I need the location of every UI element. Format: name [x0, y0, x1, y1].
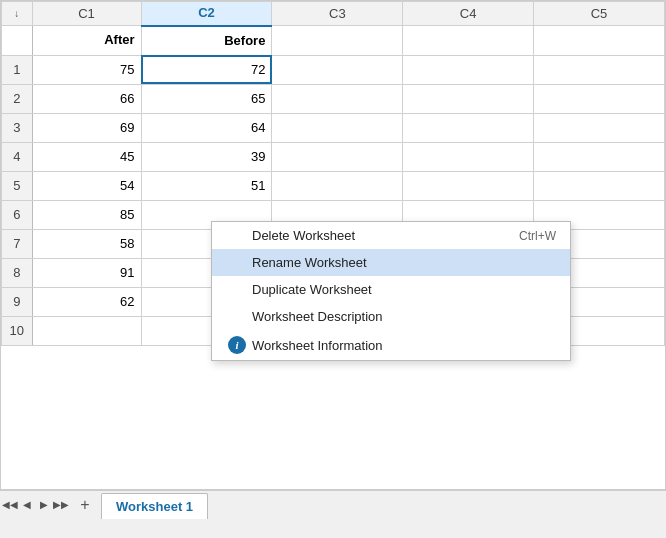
menu-item-label-duplicate-worksheet: Duplicate Worksheet [252, 282, 372, 297]
cell-1-c5[interactable] [534, 55, 665, 84]
spreadsheet-area: ↓ C1 C2 C3 C4 C5 After Before 1757226665… [0, 0, 666, 490]
nav-first-button[interactable]: ◀◀ [2, 497, 18, 513]
menu-item-label-worksheet-description: Worksheet Description [252, 309, 383, 324]
cell-2-c2[interactable]: 65 [141, 84, 272, 113]
table-row: 17572 [2, 55, 665, 84]
menu-item-duplicate-worksheet[interactable]: Duplicate Worksheet [212, 276, 570, 303]
context-menu: Delete WorksheetCtrl+WRename WorksheetDu… [211, 221, 571, 361]
cell-10-c1[interactable] [32, 316, 141, 345]
col-header-c2[interactable]: C2 [141, 2, 272, 26]
col-header-c1[interactable]: C1 [32, 2, 141, 26]
cell-1-c4[interactable] [403, 55, 534, 84]
cell-5-c3[interactable] [272, 171, 403, 200]
menu-item-label-worksheet-information: Worksheet Information [252, 338, 383, 353]
col-header-c3[interactable]: C3 [272, 2, 403, 26]
row-number: 9 [2, 287, 33, 316]
info-icon: i [226, 336, 248, 354]
cell-5-c1[interactable]: 54 [32, 171, 141, 200]
cell-2-c5[interactable] [534, 84, 665, 113]
row-number: 1 [2, 55, 33, 84]
menu-item-worksheet-description[interactable]: Worksheet Description [212, 303, 570, 330]
nav-last-button[interactable]: ▶▶ [53, 497, 69, 513]
menu-item-shortcut-delete-worksheet: Ctrl+W [519, 229, 556, 243]
menu-item-label-delete-worksheet: Delete Worksheet [252, 228, 355, 243]
table-row: 44539 [2, 142, 665, 171]
corner-arrow: ↓ [14, 5, 19, 23]
cell-4-c2[interactable]: 39 [141, 142, 272, 171]
subheader-c4 [403, 26, 534, 56]
row-number: 7 [2, 229, 33, 258]
cell-4-c3[interactable] [272, 142, 403, 171]
cell-3-c1[interactable]: 69 [32, 113, 141, 142]
row-number: 3 [2, 113, 33, 142]
subheader-c5 [534, 26, 665, 56]
cell-3-c3[interactable] [272, 113, 403, 142]
cell-1-c1[interactable]: 75 [32, 55, 141, 84]
cell-4-c5[interactable] [534, 142, 665, 171]
table-row: 55451 [2, 171, 665, 200]
subheader-c2: Before [141, 26, 272, 56]
cell-2-c4[interactable] [403, 84, 534, 113]
row-number: 8 [2, 258, 33, 287]
cell-3-c4[interactable] [403, 113, 534, 142]
row-number: 10 [2, 316, 33, 345]
row-number: 6 [2, 200, 33, 229]
row-number: 2 [2, 84, 33, 113]
cell-3-c2[interactable]: 64 [141, 113, 272, 142]
menu-item-worksheet-information[interactable]: iWorksheet Information [212, 330, 570, 360]
row-number: 5 [2, 171, 33, 200]
tab-bar: ◀◀ ◀ ▶ ▶▶ + Worksheet 1 [0, 490, 666, 518]
cell-8-c1[interactable]: 91 [32, 258, 141, 287]
table-row: 36964 [2, 113, 665, 142]
cell-2-c3[interactable] [272, 84, 403, 113]
col-header-c5[interactable]: C5 [534, 2, 665, 26]
menu-item-label-rename-worksheet: Rename Worksheet [252, 255, 367, 270]
menu-item-delete-worksheet[interactable]: Delete WorksheetCtrl+W [212, 222, 570, 249]
cell-5-c4[interactable] [403, 171, 534, 200]
tab-bar-background [210, 491, 666, 518]
corner-cell: ↓ [2, 2, 33, 26]
menu-item-rename-worksheet[interactable]: Rename Worksheet [212, 249, 570, 276]
cell-7-c1[interactable]: 58 [32, 229, 141, 258]
tab-nav-buttons: ◀◀ ◀ ▶ ▶▶ [2, 497, 69, 513]
nav-prev-button[interactable]: ◀ [19, 497, 35, 513]
cell-1-c2[interactable]: 72 [141, 55, 272, 84]
cell-6-c1[interactable]: 85 [32, 200, 141, 229]
nav-next-button[interactable]: ▶ [36, 497, 52, 513]
subheader-row-num [2, 26, 33, 56]
subheader-c3 [272, 26, 403, 56]
cell-5-c2[interactable]: 51 [141, 171, 272, 200]
cell-4-c4[interactable] [403, 142, 534, 171]
add-worksheet-button[interactable]: + [75, 495, 95, 515]
cell-1-c3[interactable] [272, 55, 403, 84]
cell-4-c1[interactable]: 45 [32, 142, 141, 171]
col-header-c4[interactable]: C4 [403, 2, 534, 26]
worksheet-tab-active[interactable]: Worksheet 1 [101, 493, 208, 519]
table-row: 26665 [2, 84, 665, 113]
cell-3-c5[interactable] [534, 113, 665, 142]
subheader-c1: After [32, 26, 141, 56]
row-number: 4 [2, 142, 33, 171]
cell-5-c5[interactable] [534, 171, 665, 200]
cell-2-c1[interactable]: 66 [32, 84, 141, 113]
cell-9-c1[interactable]: 62 [32, 287, 141, 316]
